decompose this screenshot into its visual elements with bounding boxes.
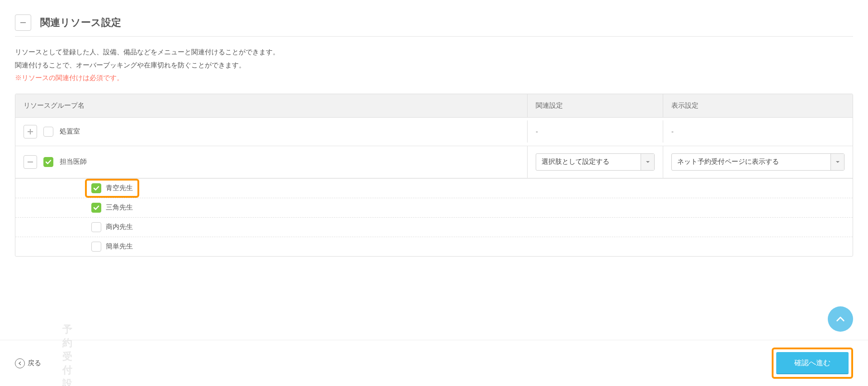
table-header: リソースグループ名 関連設定 表示設定 xyxy=(15,94,853,118)
section-description: リソースとして登録した人、設備、備品などをメニューと関連付けることができます。 … xyxy=(15,37,853,94)
header-display: 表示設定 xyxy=(663,94,853,117)
row-checkbox[interactable] xyxy=(43,157,53,167)
svg-rect-2 xyxy=(28,131,33,132)
display-select[interactable]: ネット予約受付ページに表示する xyxy=(671,153,844,171)
table-row: 処置室 - - xyxy=(15,118,853,146)
chevron-down-icon xyxy=(641,154,654,170)
header-related: 関連設定 xyxy=(527,94,663,117)
section-title: 関連リソース設定 xyxy=(40,16,121,29)
description-warning: ※リソースの関連付けは必須です。 xyxy=(15,71,853,85)
sub-row: 簡単先生 xyxy=(15,237,853,256)
row-label: 担当医師 xyxy=(60,157,87,166)
display-empty: - xyxy=(671,128,674,135)
description-line-2: 関連付けることで、オーバーブッキングや在庫切れを防ぐことができます。 xyxy=(15,59,853,72)
svg-rect-0 xyxy=(20,22,26,23)
display-select-value: ネット予約受付ページに表示する xyxy=(672,157,830,166)
related-empty: - xyxy=(536,128,538,135)
sub-label: 商内先生 xyxy=(106,223,133,231)
section-header: 関連リソース設定 xyxy=(15,9,853,37)
description-line-1: リソースとして登録した人、設備、備品などをメニューと関連付けることができます。 xyxy=(15,46,853,59)
sub-label: 簡単先生 xyxy=(106,242,133,251)
sub-resource-list: 青空先生 三角先生 商内先生 簡単先生 xyxy=(15,178,853,256)
sub-label: 青空先生 xyxy=(106,184,133,192)
sub-row: 青空先生 xyxy=(15,179,853,198)
resource-table: リソースグループ名 関連設定 表示設定 処置室 - - xyxy=(15,94,853,257)
row-checkbox[interactable] xyxy=(43,127,53,137)
chevron-down-icon xyxy=(830,154,844,170)
sub-checkbox[interactable] xyxy=(91,222,101,232)
table-row: 担当医師 選択肢として設定する ネット予約受付ページに表示する xyxy=(15,146,853,178)
svg-rect-3 xyxy=(28,162,33,162)
sub-checkbox[interactable] xyxy=(91,242,101,252)
collapse-button[interactable] xyxy=(24,155,37,169)
section-collapse-button[interactable] xyxy=(15,14,31,31)
row-label: 処置室 xyxy=(60,127,80,136)
sub-row: 商内先生 xyxy=(15,218,853,237)
header-resource-name: リソースグループ名 xyxy=(15,94,527,117)
sub-checkbox[interactable] xyxy=(91,183,101,193)
sub-label: 三角先生 xyxy=(106,203,133,212)
sub-row: 三角先生 xyxy=(15,198,853,218)
expand-button[interactable] xyxy=(24,125,37,138)
related-select[interactable]: 選択肢として設定する xyxy=(536,153,655,171)
highlight-annotation: 青空先生 xyxy=(85,179,139,198)
sub-checkbox[interactable] xyxy=(91,203,101,213)
related-select-value: 選択肢として設定する xyxy=(536,157,641,166)
